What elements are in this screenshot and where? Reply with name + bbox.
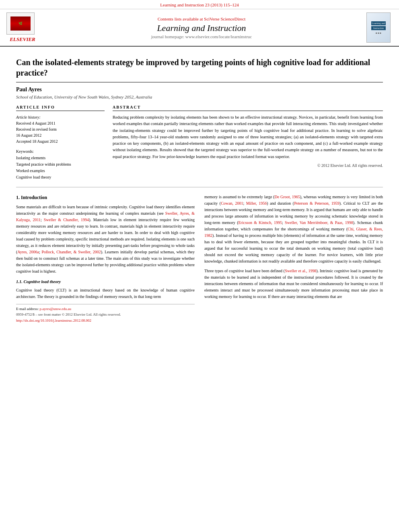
ref-chi[interactable]: Chi, Glaser, & Rees, 1982 <box>204 227 383 238</box>
ref-sweller-chandler[interactable]: Sweller & Chandler, 1994 <box>44 218 89 222</box>
history-heading: Article history: <box>16 114 105 120</box>
body-right-col: memory is assumed to be extremely large … <box>204 194 383 323</box>
journal-header: 🌿 ELSEVIER Contents lists available at S… <box>0 9 399 47</box>
ref-cowan[interactable]: Cowan, 2001 <box>221 201 243 205</box>
keyword-3: Worked examples <box>16 168 105 174</box>
article-title: Can the isolated-elements strategy be im… <box>16 57 383 82</box>
article-info-label: ARTICLE INFO <box>16 105 105 111</box>
copyright-line: © 2012 Elsevier Ltd. All rights reserved… <box>113 163 383 168</box>
body-left-col: 1. Introduction Some materials are diffi… <box>16 194 195 323</box>
top-reference-line: Learning and Instruction 23 (2013) 115–1… <box>0 0 399 9</box>
article-info-col: ARTICLE INFO Article history: Received 4… <box>16 105 105 181</box>
article-info-abstract: ARTICLE INFO Article history: Received 4… <box>16 105 383 181</box>
section1-p1: Some materials are difficult to learn be… <box>16 204 195 275</box>
email-label: E-mail address: <box>16 307 39 311</box>
ref-sweller-1998[interactable]: Sweller, Van Merriënboer, & Paas, 1998 <box>285 220 353 225</box>
contents-link: Contents lists available at SciVerse Sci… <box>39 16 364 21</box>
body-content: 1. Introduction Some materials are diffi… <box>16 194 383 323</box>
right-col-p2: Three types of cognitive load have been … <box>204 268 383 300</box>
sciverse-link[interactable]: SciVerse ScienceDirect <box>204 16 245 21</box>
journal-header-center: Contents lists available at SciVerse Sci… <box>39 16 364 39</box>
keyword-4: Cognitive load theory <box>16 174 105 181</box>
journal-thumb-img: Learning and Instruction ■ ■ ■ <box>366 12 391 43</box>
ref-sweller-et-al[interactable]: Sweller et al., 1998 <box>285 269 316 273</box>
keyword-1: Isolating elements <box>16 155 105 161</box>
article-history: Article history: Received 4 August 2011 … <box>16 114 105 144</box>
section-divider <box>16 187 383 187</box>
abstract-text: Reducing problem complexity by isolating… <box>113 114 383 160</box>
journal-homepage: journal homepage: www.elsevier.com/locat… <box>39 34 364 39</box>
doi-line[interactable]: http://dx.doi.org/10.1016/j.learninstruc… <box>16 318 195 323</box>
ref-ayres-2006[interactable]: Ayres, 2006a <box>17 250 39 254</box>
elsevier-text: ELSEVIER <box>10 36 35 42</box>
ref-pollock[interactable]: Pollock, Chandler, & Sweller, 2002 <box>42 250 101 254</box>
right-col-p1: memory is assumed to be extremely large … <box>204 194 383 265</box>
top-ref-text: Learning and Instruction 23 (2013) 115–1… <box>160 2 239 7</box>
issn-line: 0959-4752/$ – see front matter © 2012 El… <box>16 312 195 317</box>
journal-title: Learning and Instruction <box>39 23 364 33</box>
email-address[interactable]: p.ayres@unsw.edu.au <box>39 307 71 311</box>
elsevier-logo: 🌿 ELSEVIER <box>6 12 39 43</box>
email-line: E-mail address: p.ayres@unsw.edu.au <box>16 306 195 312</box>
ref-miller[interactable]: Miller, 1956 <box>246 201 267 205</box>
author-name: Paul Ayres <box>16 86 383 93</box>
ref-peterson[interactable]: Peterson & Peterson, 1959 <box>294 201 339 205</box>
received-revised-label: Received in revised form <box>16 126 105 132</box>
ref-degroot[interactable]: De Groot, 1965 <box>275 195 300 199</box>
subsection1-heading: 1.1. Cognitive load theory <box>16 279 195 286</box>
subsection1-p1: Cognitive load theory (CLT) is an instru… <box>16 287 195 300</box>
author-affiliation: School of Education, University of New S… <box>16 94 383 99</box>
ref-ericsson[interactable]: Ericsson & Kintsch, 1995 <box>239 220 282 225</box>
received-date: Received 4 August 2011 <box>16 120 105 126</box>
main-content: Can the isolated-elements strategy be im… <box>0 47 399 330</box>
ref-sweller-2011[interactable]: Sweller, Ayres, & Kalyuga, 2011 <box>16 211 195 222</box>
journal-thumbnail: Learning and Instruction ■ ■ ■ <box>364 12 393 43</box>
keyword-2: Targeted practice within problems <box>16 161 105 168</box>
revised-date: 16 August 2012 <box>16 132 105 138</box>
keywords-block: Keywords: Isolating elements Targeted pr… <box>16 148 105 181</box>
footnote-area: E-mail address: p.ayres@unsw.edu.au 0959… <box>16 304 195 323</box>
subsection1-heading-text: 1.1. Cognitive load theory <box>16 279 61 284</box>
abstract-label: ABSTRACT <box>113 105 383 111</box>
abstract-col: ABSTRACT Reducing problem complexity by … <box>113 105 383 181</box>
accepted-date: Accepted 18 August 2012 <box>16 138 105 144</box>
keywords-heading: Keywords: <box>16 148 105 155</box>
section1-heading: 1. Introduction <box>16 194 195 201</box>
